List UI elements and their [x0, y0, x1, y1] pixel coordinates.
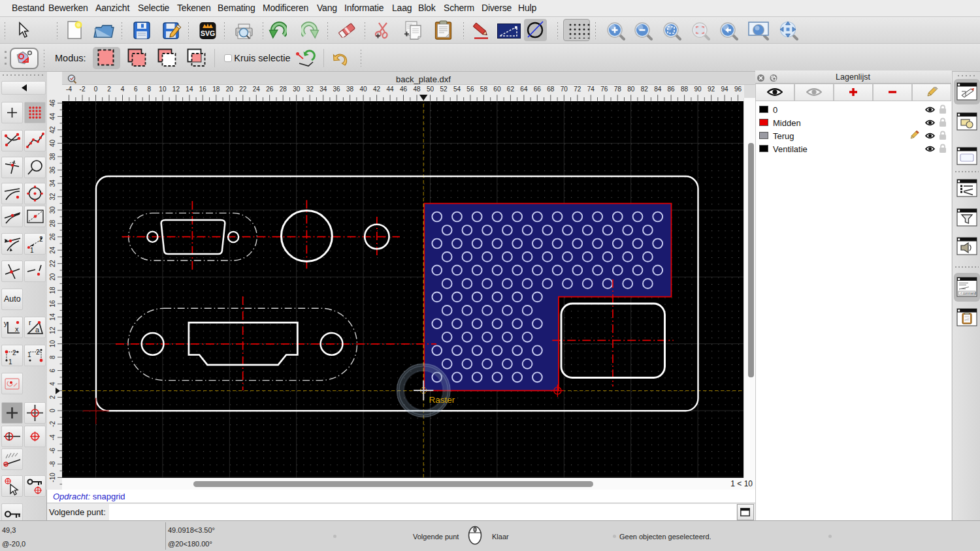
svg-text:74: 74	[587, 86, 595, 93]
svg-text:-2: -2	[49, 421, 56, 427]
svg-text:44: 44	[49, 112, 56, 120]
svg-text:36: 36	[333, 86, 341, 93]
svg-text:< command: < command	[960, 292, 976, 295]
svg-text:62: 62	[507, 86, 515, 93]
svg-text:-4: -4	[66, 86, 72, 93]
svg-text:28: 28	[49, 219, 56, 227]
svg-text:2: 2	[12, 349, 16, 356]
svg-text:a: a	[35, 326, 40, 334]
svg-text:0: 0	[94, 86, 98, 93]
svg-text:94: 94	[721, 86, 729, 93]
svg-text:8: 8	[148, 86, 152, 93]
svg-text:34: 34	[49, 180, 56, 187]
svg-text:40: 40	[49, 139, 56, 147]
svg-text:4: 4	[121, 86, 125, 93]
svg-text:30: 30	[293, 86, 301, 93]
svg-text:2: 2	[107, 86, 111, 93]
svg-text:14: 14	[186, 86, 193, 93]
svg-text:80: 80	[627, 86, 635, 93]
svg-text:32: 32	[306, 86, 314, 93]
svg-text:86: 86	[668, 86, 676, 93]
svg-text:84: 84	[654, 86, 662, 93]
svg-text:76: 76	[600, 86, 608, 93]
svg-text:12: 12	[172, 86, 180, 93]
svg-text:78: 78	[614, 86, 622, 93]
svg-text:24: 24	[49, 246, 56, 254]
svg-text:54: 54	[453, 86, 461, 93]
svg-text:42: 42	[49, 126, 56, 134]
svg-text:-2: -2	[80, 86, 86, 93]
svg-text:30: 30	[49, 206, 56, 214]
svg-text:-4: -4	[49, 434, 56, 440]
svg-text:1: 1	[30, 247, 34, 254]
svg-text:68: 68	[547, 86, 555, 93]
svg-text:12: 12	[49, 326, 56, 334]
svg-text:20: 20	[49, 273, 56, 281]
svg-text:Raster: Raster	[429, 395, 455, 405]
svg-text:8: 8	[49, 355, 56, 359]
svg-text:72: 72	[574, 86, 581, 93]
svg-text:x: x	[15, 325, 19, 333]
svg-text:y: y	[4, 319, 8, 327]
svg-text:10: 10	[49, 340, 56, 348]
svg-text:46: 46	[400, 86, 408, 93]
svg-text:96: 96	[734, 86, 742, 93]
svg-text:44: 44	[387, 86, 395, 93]
svg-text:SVG: SVG	[201, 29, 215, 37]
svg-text:2: 2	[49, 395, 56, 399]
svg-text:-8: -8	[49, 461, 56, 467]
svg-text:2: 2	[39, 236, 43, 243]
svg-text:70: 70	[561, 86, 568, 93]
svg-text:56: 56	[466, 86, 474, 93]
svg-text:-6: -6	[49, 448, 56, 454]
svg-text:16: 16	[199, 86, 207, 93]
svg-text:1: 1	[8, 358, 12, 366]
svg-text:18: 18	[49, 287, 56, 294]
svg-text:52: 52	[440, 86, 448, 93]
svg-text:38: 38	[346, 86, 354, 93]
svg-text:48: 48	[413, 86, 421, 93]
svg-text:1: 1	[27, 351, 31, 358]
svg-text:28: 28	[280, 86, 287, 93]
svg-text:16: 16	[49, 300, 56, 307]
svg-text:32: 32	[49, 193, 56, 200]
svg-text:22: 22	[49, 260, 56, 268]
svg-text:14: 14	[49, 313, 56, 321]
svg-text:50: 50	[427, 86, 434, 93]
svg-text:46: 46	[49, 99, 56, 107]
svg-text:6: 6	[49, 368, 56, 372]
svg-text:64: 64	[520, 86, 528, 93]
svg-text:r: r	[29, 319, 31, 326]
svg-text:6: 6	[134, 86, 138, 93]
svg-text:60: 60	[493, 86, 501, 93]
svg-text:18: 18	[212, 86, 220, 93]
svg-text:66: 66	[534, 86, 542, 93]
svg-text:58: 58	[480, 86, 488, 93]
svg-text:82: 82	[641, 86, 649, 93]
svg-text:24: 24	[253, 86, 261, 93]
svg-text:22: 22	[239, 86, 247, 93]
svg-text:90: 90	[694, 86, 702, 93]
svg-text:10: 10	[159, 86, 167, 93]
svg-text:36: 36	[49, 166, 56, 174]
svg-text:26: 26	[266, 86, 274, 93]
svg-text:92: 92	[708, 86, 715, 93]
svg-text:-10: -10	[49, 473, 56, 482]
svg-text:40: 40	[360, 86, 368, 93]
svg-text:4: 4	[49, 382, 56, 386]
svg-text:2: 2	[36, 349, 40, 356]
svg-text:42: 42	[373, 86, 381, 93]
svg-text:26: 26	[49, 233, 56, 241]
svg-text:0: 0	[49, 409, 56, 413]
svg-text:38: 38	[49, 153, 56, 161]
svg-text:88: 88	[681, 86, 689, 93]
svg-text:34: 34	[319, 86, 327, 93]
svg-text:20: 20	[226, 86, 234, 93]
